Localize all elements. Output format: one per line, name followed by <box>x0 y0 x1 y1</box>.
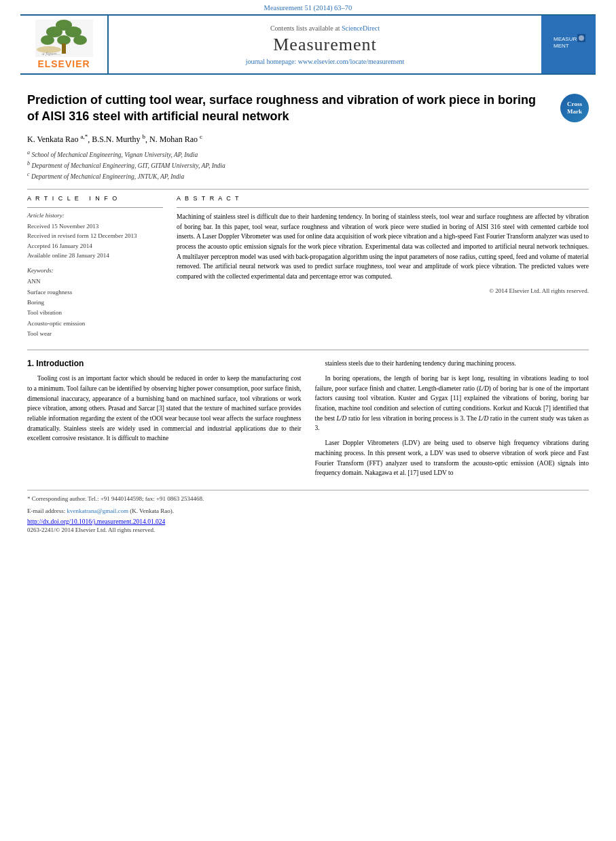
keyword-surface-roughness: Surface roughness <box>27 287 163 298</box>
sciencedirect-prefix: Contents lists available at <box>270 24 342 32</box>
authors-line: K. Venkata Rao a,*, B.S.N. Murthy b, N. … <box>27 133 589 145</box>
intro-para-1: Tooling cost is an important factor whic… <box>27 374 302 444</box>
article-history-label: Article history: <box>27 212 163 219</box>
article-dates: Received 15 November 2013 Received in re… <box>27 221 163 261</box>
journal-header-right: MEASURE MENT <box>541 16 596 73</box>
date-revised: Received in revised form 12 December 201… <box>27 231 163 240</box>
journal-name: Measurement <box>273 35 377 55</box>
affiliation-c: c Department of Mechanical Engineering, … <box>27 171 589 181</box>
svg-point-14 <box>579 35 584 41</box>
doi-link[interactable]: http://dx.doi.org/10.1016/j.measurement.… <box>27 518 589 525</box>
doi-anchor[interactable]: http://dx.doi.org/10.1016/j.measurement.… <box>27 518 165 525</box>
svg-text:MEASURE: MEASURE <box>554 36 581 42</box>
date-accepted: Accepted 16 January 2014 <box>27 241 163 251</box>
sciencedirect-link[interactable]: Contents lists available at ScienceDirec… <box>270 24 380 32</box>
body-divider <box>27 349 589 351</box>
article-info-heading: A R T I C L E I N F O <box>27 195 163 202</box>
journal-header-center: Contents lists available at ScienceDirec… <box>109 16 541 73</box>
svg-point-5 <box>57 35 71 45</box>
date-received: Received 15 November 2013 <box>27 221 163 231</box>
citation-bar: Measurement 51 (2014) 63–70 <box>0 0 616 14</box>
issn-line: 0263-2241/© 2014 Elsevier Ltd. All right… <box>27 526 589 533</box>
body-two-col: 1. Introduction Tooling cost is an impor… <box>27 359 589 483</box>
sciencedirect-anchor[interactable]: ScienceDirect <box>342 24 380 32</box>
corresponding-author-note: * Corresponding author. Tel.: +91 944014… <box>27 495 589 504</box>
body-col-left: 1. Introduction Tooling cost is an impor… <box>27 359 302 483</box>
citation-text: Measurement 51 (2014) 63–70 <box>264 4 352 12</box>
abstract-heading: A B S T R A C T <box>177 195 589 202</box>
affiliations: a School of Mechanical Engineering, Vign… <box>27 149 589 182</box>
article-info-divider <box>27 207 163 208</box>
svg-point-6 <box>73 35 87 45</box>
keyword-ann: ANN <box>27 276 163 287</box>
abstract-text: Machining of stainless steel is difficul… <box>177 212 589 282</box>
article-info-column: A R T I C L E I N F O Article history: R… <box>27 195 163 339</box>
keyword-tool-vibration: Tool vibration <box>27 308 163 318</box>
elsevier-logo: a figure... ELSEVIER <box>35 20 93 69</box>
author-1: K. Venkata Rao <box>27 135 80 144</box>
introduction-text-right: stainless steels due to their hardening … <box>315 359 590 478</box>
elsevier-tree-icon: a figure... <box>35 20 93 57</box>
footer-divider <box>27 490 589 490</box>
intro-para-3: In boring operations, the length of bori… <box>315 374 590 433</box>
email-link[interactable]: kvenkatrana@gmail.com <box>67 507 130 514</box>
keywords-list: ANN Surface roughness Boring Tool vibrat… <box>27 276 163 339</box>
journal-homepage[interactable]: journal homepage: www.elsevier.com/locat… <box>246 58 405 65</box>
keyword-boring: Boring <box>27 298 163 308</box>
email-note: E-mail address: kvenkatrana@gmail.com (K… <box>27 507 589 516</box>
affiliation-a: a School of Mechanical Engineering, Vign… <box>27 149 589 160</box>
svg-text:a figure...: a figure... <box>42 51 60 56</box>
abstract-divider <box>177 207 589 208</box>
svg-text:MENT: MENT <box>554 43 569 49</box>
introduction-title: 1. Introduction <box>27 359 302 368</box>
body-col-right: stainless steels due to their hardening … <box>315 359 590 483</box>
keyword-tool-wear: Tool wear <box>27 329 163 339</box>
elsevier-logo-area: a figure... ELSEVIER <box>20 16 109 73</box>
intro-para-4: Laser Doppler Vibrometers (LDV) are bein… <box>315 438 590 478</box>
date-online: Available online 28 January 2014 <box>27 251 163 260</box>
introduction-text-left: Tooling cost is an important factor whic… <box>27 374 302 444</box>
journal-header-logo: MEASURE MENT <box>547 27 591 62</box>
journal-header: a figure... ELSEVIER Contents lists avai… <box>20 14 596 75</box>
main-content: Prediction of cutting tool wear, surface… <box>0 75 616 543</box>
journal-logo-icon: MEASURE MENT <box>550 31 587 58</box>
svg-rect-7 <box>62 43 66 54</box>
header-divider <box>27 189 589 190</box>
keyword-acousto-optic: Acousto-optic emission <box>27 319 163 329</box>
abstract-column: A B S T R A C T Machining of stainless s… <box>177 195 589 339</box>
abstract-copyright: © 2014 Elsevier Ltd. All rights reserved… <box>177 287 589 294</box>
keywords-section: Keywords: ANN Surface roughness Boring T… <box>27 267 163 339</box>
article-title-section: Prediction of cutting tool wear, surface… <box>27 92 589 125</box>
elsevier-text: ELSEVIER <box>35 58 93 69</box>
affiliation-b: b Department of Mechanical Engineering, … <box>27 160 589 171</box>
article-info-abstract-section: A R T I C L E I N F O Article history: R… <box>27 195 589 339</box>
svg-point-4 <box>41 35 54 45</box>
crossmark-icon: CrossMark <box>560 94 589 122</box>
crossmark-badge: CrossMark <box>560 94 589 122</box>
journal-homepage-link[interactable]: journal homepage: www.elsevier.com/locat… <box>246 58 405 65</box>
keywords-label: Keywords: <box>27 267 163 274</box>
article-title: Prediction of cutting tool wear, surface… <box>27 92 550 125</box>
intro-para-2: stainless steels due to their hardening … <box>315 359 590 369</box>
